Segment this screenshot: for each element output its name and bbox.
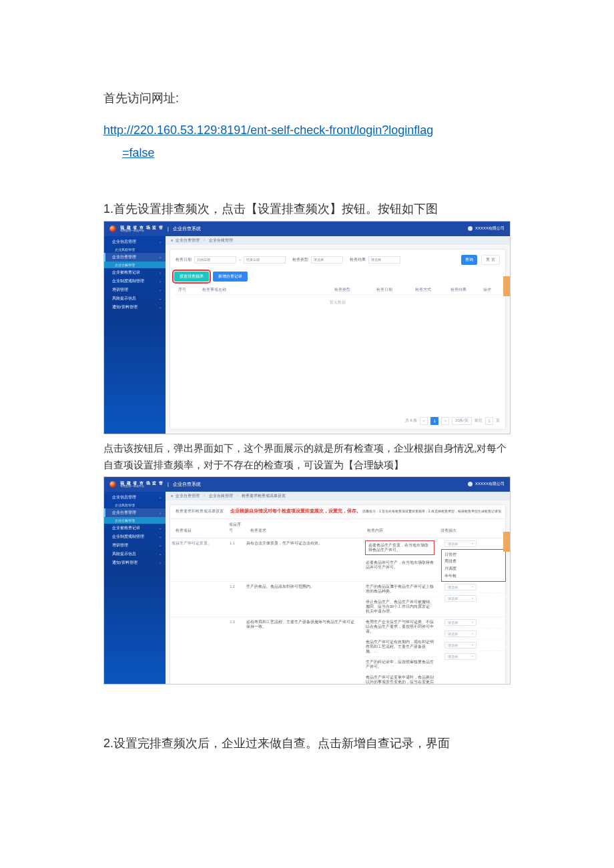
user-menu[interactable]: XXXXX有限公司 [468,481,505,487]
new-record-button[interactable]: 新增自查记录 [213,272,248,282]
type-label: 检查类型 [292,258,308,262]
search-button[interactable]: 查询 [461,255,477,265]
breadcrumb: ≡ 企业自查管理 企业台账管理 检查要求检查项清单设置 [166,492,510,500]
sidebar-item-notice[interactable]: 通知/资料管理⌄ [104,303,166,312]
topbar-divider: | [168,226,169,231]
step1-heading: 1.首先设置排查频次，点击【设置排查频次】按钮。按钮如下图 [103,201,511,217]
app-topbar: 福 建 省 市 场 监 管 智慧应用一体化平台 | 企业自查系统 XXXXX有限… [104,222,510,236]
freq-select[interactable]: 请选择 [444,619,477,626]
col-content: 检查内容 [367,528,434,534]
sidebar-sub-risk[interactable]: 企业风险管理 [104,246,166,253]
app-logo-icon [109,481,116,488]
url-part1: http://220.160.53.129:8191/ent-self-chec… [103,123,433,137]
page-1[interactable]: 1 [430,417,438,425]
breadcrumb: ≡ 企业自查管理 企业台账管理 [166,236,510,245]
date-from[interactable]: 开始日期 [194,256,236,264]
result-select[interactable]: 请选择 [368,256,400,264]
sidebar-item-selfcheck[interactable]: 企业自查管理⌄ [104,508,166,517]
sidebar-item-checked[interactable]: 企业被检查记录⌄ [104,524,166,532]
freq-select[interactable]: 请选择 [444,642,477,648]
date-to[interactable]: 结束日期 [244,256,286,264]
module-name: 企业自查系统 [173,226,201,232]
left-sidebar: 企业信息管理⌄ 企业风险管理 企业自查管理⌄ 企业台账管理 企业被检查记录⌄ 企… [104,236,166,434]
freq-select[interactable]: 请选择 [444,630,477,637]
result-label: 检查结果 [350,258,366,262]
sidebar-item-info[interactable]: 企业信息管理⌄ [104,493,166,502]
col-freq: 排查频次 [440,528,504,534]
sidebar-sub-ledger[interactable]: 企业台账管理 [104,262,166,268]
sidebar-sub-risk[interactable]: 企业风险管理 [104,502,166,508]
url-part2: =false [103,141,511,164]
brand-line2: 智慧应用一体化平台 [120,230,164,232]
freq-dropdown[interactable]: 日管控周排查月调度半年检 [442,550,505,581]
page-goto-input[interactable]: 1 [485,417,493,425]
empty-state: 暂无数据 [174,295,501,310]
freq-select[interactable]: 请选择 [444,584,477,590]
freq-select[interactable]: 请选择 [444,540,477,547]
sidebar-item-notice[interactable]: 通知/资料管理⌄ [104,558,166,567]
sidebar-sub-ledger[interactable]: 企业台账管理 [104,517,166,524]
type-select[interactable]: 请选择 [311,256,343,264]
sidebar-item-selfcheck[interactable]: 企业自查管理⌄ [104,253,166,262]
pagination: 共 6 条 < 1 > 20条/页 前往 1 页 [405,417,500,425]
page-next[interactable]: > [441,417,449,425]
sidebar-item-training[interactable]: 培训管理⌄ [104,286,166,294]
app-topbar: 福 建 省 市 场 监 管 智慧应用一体化平台 | 企业自查系统 XXXXX有限… [104,477,510,492]
screenshot-2: 福 建 省 市 场 监 管 智慧应用一体化平台 | 企业自查系统 XXXXX有限… [103,476,511,685]
sidebar-item-training[interactable]: 培训管理⌄ [104,541,166,550]
screenshot-1: 福 建 省 市 场 监 管 智慧应用一体化平台 | 企业自查系统 XXXXX有限… [103,221,511,434]
set-frequency-button[interactable]: 设置排查频率 [174,272,209,282]
config-row: 项目生产许可证资质。1.1具有合法主体资质，生产许可证合法有效。必要食品生产资质… [170,538,505,582]
config-row: 1.3必有布局和工艺流程、主要生产设备设施等与食品生产许可证保持一致。食用生产企… [170,617,505,685]
sidebar-item-riskinfo[interactable]: 风险提示信息⌄ [104,550,166,558]
panel-label: 检查要求和检查项清单设置 [172,508,224,514]
filter-bar: 检查日期 开始日期 – 结束日期 检查类型 请选择 检查结果 请选择 [174,254,501,269]
sidebar-item-info[interactable]: 企业信息管理⌄ [104,238,166,246]
table-header: 序号 检查事项名称 检查类型 检查日期 检查方式 检查结果 操作 [174,286,501,295]
reset-button[interactable]: 重 置 [481,255,500,265]
col-req: 检查要求 [250,528,360,534]
sidebar-item-system[interactable]: 企业制度规制管理⌄ [104,277,166,286]
freq-select[interactable]: 请选择 [444,595,477,602]
page-prev[interactable]: < [420,417,428,425]
date-label: 检查日期 [176,258,192,262]
config-row: 1.2生产的食品、食品添加剂许可范围内。生产的食品应属于食品生产许可证上核准的食… [170,582,505,617]
side-ribbon-icon [503,532,510,552]
step2-heading: 2.设置完排查频次后，企业过来做自查。点击新增自查记录，界面 [103,735,511,751]
col-serial: 项目序号 [229,522,244,534]
caption-after-shot1: 点击该按钮后，弹出界面如下，这个界面展示的就是所有检查项，企业根据自身情况,对每… [103,440,511,474]
col-item: 检查项目 [172,528,222,534]
red-instruction: 企业根据自身情况对每个检查项设置排查频次，设置完，保存。 [230,508,361,513]
left-sidebar: 企业信息管理⌄ 企业风险管理 企业自查管理⌄ 企业台账管理 企业被检查记录⌄ 企… [104,492,166,684]
freq-select[interactable]: 请选择 [444,653,477,660]
page-size[interactable]: 20条/页 [452,417,472,425]
login-url[interactable]: http://220.160.53.129:8191/ent-self-chec… [103,119,511,164]
sidebar-item-riskinfo[interactable]: 风险提示信息⌄ [104,294,166,303]
app-logo-icon [109,226,116,232]
sidebar-item-system[interactable]: 企业制度规制管理⌄ [104,532,166,541]
hint-text: 温馨提示：1.首先对每检查项设置排查频率；2.再选择检查类型，根据检查类型生成检… [362,509,501,513]
intro-text: 首先访问网址: [103,87,511,109]
user-menu[interactable]: XXXXX有限公司 [468,226,505,232]
side-ribbon-icon [503,276,510,296]
sidebar-item-checked[interactable]: 企业被检查记录⌄ [104,268,166,277]
